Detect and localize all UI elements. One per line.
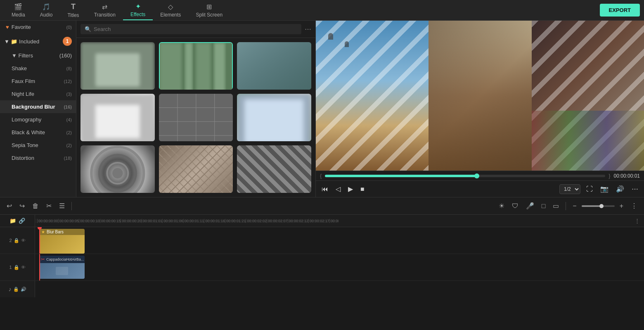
search-input[interactable]: [94, 26, 297, 32]
nav-titles[interactable]: T Titles: [60, 0, 86, 20]
play-button[interactable]: ▶: [346, 183, 355, 195]
sidebar-item-favorite[interactable]: ♥ Favorite (0): [0, 21, 76, 33]
stop-button[interactable]: ■: [359, 184, 366, 195]
media-icon: 🎬: [14, 3, 22, 11]
timeline-settings-icon[interactable]: ⋮: [635, 218, 640, 224]
nav-effects[interactable]: ✦ Effects: [123, 0, 153, 20]
ruler-marks: 00:00:00:00 00:00:00:05 00:00:00:10 00:0…: [37, 219, 339, 223]
step-back-button[interactable]: ⏮: [320, 184, 330, 195]
lock-icon-1[interactable]: 🔒: [14, 265, 19, 270]
sidebar-item-blackwhite[interactable]: Black & White (2): [0, 126, 76, 139]
subtitle-button[interactable]: ▭: [550, 200, 561, 211]
sidebar-item-sepiatone[interactable]: Sepia Tone (2): [0, 139, 76, 152]
fx-clip-header: ★ Blur Bars: [39, 229, 85, 235]
sidebar-item-shake[interactable]: Shake (8): [0, 62, 76, 75]
nav-elements[interactable]: ◇ Elements: [153, 0, 188, 20]
effect-rings[interactable]: Rings: [80, 145, 155, 193]
sidebar-item-fauxfilm[interactable]: Faux Film (12): [0, 75, 76, 88]
effect-basic-blur[interactable]: Basic Blur: [80, 42, 155, 90]
nav-splitscreen[interactable]: ⊞ Split Screen: [188, 0, 230, 20]
playhead-1: [39, 254, 40, 280]
captions-button[interactable]: □: [539, 201, 548, 211]
collapse-icon: ▼: [12, 52, 17, 59]
nav-transition[interactable]: ⇄ Transition: [87, 0, 123, 20]
more-button[interactable]: ☰: [57, 200, 67, 211]
download-icon-grey-grid: ⬇: [226, 140, 231, 141]
bracket-left: {: [320, 173, 322, 179]
audio-track-label: ♪: [9, 286, 12, 292]
sidebar-item-distortion[interactable]: Distortion (18): [0, 152, 76, 164]
fx-clip[interactable]: ★ Blur Bars: [39, 229, 85, 254]
zoom-slider[interactable]: [582, 205, 615, 207]
fullscreen-button[interactable]: ⛶: [585, 184, 594, 195]
shield-button[interactable]: 🛡: [509, 201, 521, 211]
zoom-out-button[interactable]: −: [570, 201, 579, 211]
bracket-right: }: [608, 173, 610, 179]
audio-eye-icon[interactable]: 🔊: [21, 287, 26, 292]
effect-thumb-rings: [80, 145, 155, 193]
search-box[interactable]: 🔍: [80, 24, 301, 34]
delete-button[interactable]: 🗑: [30, 201, 41, 211]
bottom-toolbar: ↩ ↪ 🗑 ✂ ☰ ☀ 🛡 🎤 □ ▭ − + ⋮: [0, 197, 644, 214]
svg-rect-26: [159, 145, 233, 193]
svg-rect-8: [237, 42, 311, 90]
fx-star-icon: ★: [41, 230, 45, 234]
grid-icon[interactable]: ⋯: [305, 25, 311, 33]
effect-interwoven[interactable]: ⬇ Interwoven: [159, 145, 233, 193]
sidebar-filters-header[interactable]: ▼ Filters (160): [0, 49, 76, 62]
side-panel-button[interactable]: ⋮: [628, 200, 640, 211]
svg-rect-1: [95, 53, 140, 87]
mic-button[interactable]: 🎤: [523, 200, 537, 211]
timeline-track-2: 2 🔒 👁 ★ Blur Bars: [0, 227, 644, 254]
redo-button[interactable]: ↪: [17, 200, 27, 211]
audio-lock-icon[interactable]: 🔒: [13, 287, 19, 292]
svg-point-23: [112, 168, 123, 178]
svg-rect-5: [196, 43, 210, 90]
settings-button[interactable]: ⋯: [630, 183, 640, 195]
progress-bar[interactable]: [325, 175, 605, 177]
sidebar-included-header[interactable]: ▼ 📁 Included 1: [0, 33, 76, 49]
effect-grey-grid[interactable]: ⬇ Grey Grid: [159, 94, 233, 141]
eye-icon-2[interactable]: 👁: [21, 238, 26, 243]
effect-thumb-blur-bars: [159, 42, 233, 90]
timeline-left-panel: 📁 🔗: [0, 215, 35, 227]
video-clip-label: CappadociaHotAirBa...: [46, 257, 84, 261]
eye-icon-1[interactable]: 👁: [21, 265, 26, 270]
effect-grey[interactable]: Grey: [80, 94, 155, 141]
effect-thumb-interwoven: ⬇: [159, 145, 233, 193]
volume-button[interactable]: 🔊: [614, 183, 626, 195]
lock-icon-2[interactable]: 🔒: [14, 238, 19, 243]
sidebar-item-nightlife[interactable]: Night Life (3): [0, 88, 76, 100]
add-media-icon[interactable]: 📁: [9, 218, 16, 224]
nav-audio[interactable]: 🎵 Audio: [33, 0, 60, 20]
effect-frosted[interactable]: ⬇ Frosted: [237, 94, 311, 141]
main-area: ♥ Favorite (0) ▼ 📁 Included 1 ▼ Filters …: [0, 21, 644, 197]
frame-back-button[interactable]: ◁: [334, 183, 342, 195]
export-button[interactable]: EXPORT: [600, 4, 640, 17]
zoom-in-button[interactable]: +: [617, 201, 626, 211]
transition-icon: ⇄: [102, 3, 107, 11]
preview-video: [316, 21, 644, 171]
quality-select[interactable]: 1/2: [559, 184, 580, 194]
link-icon[interactable]: 🔗: [19, 218, 25, 224]
track-content-2[interactable]: ★ Blur Bars: [35, 227, 644, 254]
effect-diamonds[interactable]: ⬇ Diamonds: [237, 145, 311, 193]
screenshot-button[interactable]: 📷: [599, 183, 610, 195]
cut-button[interactable]: ✂: [44, 200, 54, 211]
folder-icon: ▼ 📁: [4, 38, 17, 45]
effect-blur-bars[interactable]: Blur Bars: [159, 42, 233, 90]
sidebar-item-lomography[interactable]: Lomography (4): [0, 113, 76, 126]
sun-button[interactable]: ☀: [496, 200, 507, 211]
effect-slant-blur[interactable]: Slant Blur: [237, 42, 311, 90]
svg-rect-19: [244, 99, 304, 141]
effects-panel: 🔍 ⋯ Basic Blur: [76, 21, 316, 197]
nav-media[interactable]: 🎬 Media: [4, 0, 33, 20]
search-icon: 🔍: [85, 26, 91, 32]
video-clip[interactable]: ✂ CappadociaHotAirBa...: [39, 256, 85, 279]
undo-button[interactable]: ↩: [4, 200, 14, 211]
timeline-audio-track: ♪ 🔒 🔊: [0, 281, 644, 297]
track-number-1: 1: [9, 265, 12, 270]
audio-track-content[interactable]: [35, 281, 644, 297]
sidebar-item-backgroundblur[interactable]: Background Blur (16): [0, 100, 76, 113]
track-content-1[interactable]: ✂ CappadociaHotAirBa...: [35, 254, 644, 280]
